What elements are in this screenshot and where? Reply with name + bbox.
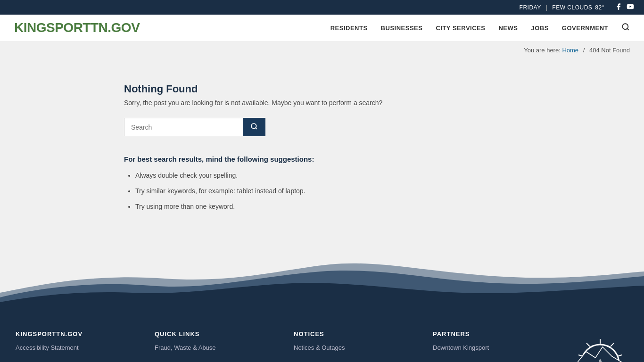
page-title: Nothing Found — [124, 83, 520, 95]
day-label: FRIDAY — [520, 4, 541, 11]
search-form — [124, 118, 265, 136]
footer-col-notices: NOTICES Notices & Outages — [294, 330, 414, 362]
top-bar: FRIDAY | FEW CLOUDS 82° — [0, 0, 644, 15]
breadcrumb-separator: / — [583, 47, 585, 54]
kingsport-logo-icon — [572, 330, 628, 362]
you-are-here-label: You are here: — [524, 47, 561, 54]
footer-col-partners-title: PARTNERS — [433, 330, 553, 337]
weather-label: FEW CLOUDS — [552, 4, 592, 11]
search-icon[interactable] — [621, 23, 630, 33]
suggestions-title: For best search results, mind the follow… — [124, 155, 520, 163]
breadcrumb-current: 404 Not Found — [589, 47, 630, 54]
footer-col-quicklinks: QUICK LINKS Fraud, Waste & Abuse — [155, 330, 275, 362]
nav-jobs[interactable]: JOBS — [531, 25, 548, 32]
footer-link-notices[interactable]: Notices & Outages — [294, 344, 414, 351]
footer: KINGSPORTTN.GOV Accessibility Statement … — [0, 312, 644, 362]
facebook-icon[interactable] — [615, 3, 622, 12]
nav-government[interactable]: GOVERNMENT — [562, 25, 608, 32]
svg-line-2 — [627, 28, 628, 30]
svg-point-1 — [622, 24, 628, 29]
nav-city-services[interactable]: CITY SERVICES — [436, 25, 485, 32]
svg-line-4 — [256, 128, 257, 129]
logo-text1: KINGSPORT — [14, 20, 91, 35]
footer-col-quicklinks-title: QUICK LINKS — [155, 330, 275, 337]
header: KINGSPORTTN.GOV RESIDENTS BUSINESSES CIT… — [0, 15, 644, 41]
main-content: Nothing Found Sorry, the post you are lo… — [110, 59, 534, 246]
weather-info: FRIDAY | FEW CLOUDS 82° — [520, 4, 604, 11]
svg-rect-5 — [0, 307, 644, 312]
nav-news[interactable]: NEWS — [498, 25, 518, 32]
suggestion-2: Try similar keywords, for example: table… — [135, 186, 520, 196]
breadcrumb-home[interactable]: Home — [562, 47, 578, 54]
youtube-icon[interactable] — [626, 3, 635, 12]
suggestion-1: Always double check your spelling. — [135, 171, 520, 181]
social-icons — [615, 3, 635, 12]
search-button[interactable] — [243, 118, 265, 136]
nav-residents[interactable]: RESIDENTS — [330, 25, 368, 32]
nav-businesses[interactable]: BUSINESSES — [381, 25, 423, 32]
logo-text3: .GOV — [107, 20, 140, 35]
svg-line-7 — [611, 343, 614, 346]
logo-text2: TN — [91, 20, 107, 35]
footer-col-notices-title: NOTICES — [294, 330, 414, 337]
search-input[interactable] — [124, 118, 243, 136]
separator: | — [546, 4, 548, 11]
footer-link-downtown[interactable]: Downtown Kingsport — [433, 344, 553, 351]
main-nav: RESIDENTS BUSINESSES CITY SERVICES NEWS … — [330, 23, 630, 33]
footer-link-fraud[interactable]: Fraud, Waste & Abuse — [155, 344, 275, 351]
footer-logo-area — [572, 330, 628, 362]
temperature-label: 82° — [595, 4, 604, 11]
suggestions-list: Always double check your spelling. Try s… — [124, 171, 520, 212]
mountain-decoration — [0, 246, 644, 312]
suggestion-3: Try using more than one keyword. — [135, 202, 520, 212]
not-found-description: Sorry, the post you are looking for is n… — [124, 99, 520, 107]
site-logo[interactable]: KINGSPORTTN.GOV — [14, 20, 140, 35]
svg-point-3 — [251, 123, 256, 129]
svg-line-9 — [586, 343, 590, 346]
footer-link-accessibility[interactable]: Accessibility Statement — [16, 344, 136, 351]
footer-grid: KINGSPORTTN.GOV Accessibility Statement … — [16, 330, 628, 362]
footer-col-partners: PARTNERS Downtown Kingsport — [433, 330, 553, 362]
footer-col-site-title: KINGSPORTTN.GOV — [16, 330, 136, 337]
breadcrumb: You are here: Home / 404 Not Found — [0, 41, 644, 59]
footer-col-site: KINGSPORTTN.GOV Accessibility Statement — [16, 330, 136, 362]
